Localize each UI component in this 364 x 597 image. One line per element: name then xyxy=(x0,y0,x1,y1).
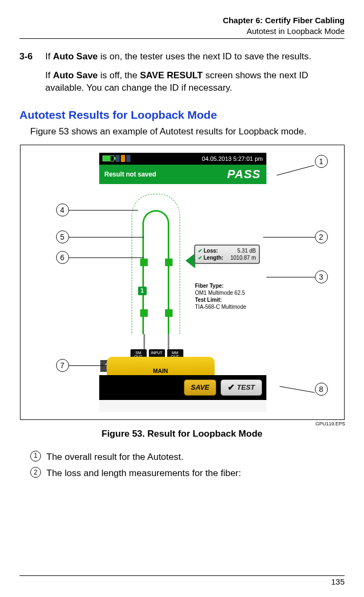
fiber-diagram-area: 1 ✔Loss:5.31 dB ✔Length:1010.87 m Fiber … xyxy=(99,184,266,375)
header-rule xyxy=(19,38,345,39)
fiber-type-label: Fiber Type: xyxy=(195,282,264,289)
footer-bar: SAVE ✔TEST xyxy=(99,375,266,400)
legend-num-1: 1 xyxy=(30,451,41,462)
step-number: 3-6 xyxy=(19,51,38,101)
page-header: Chapter 6: Certify Fiber Cabling Autotes… xyxy=(19,15,345,36)
callout-leader xyxy=(263,237,315,238)
legend-text-2: The loss and length measurements for the… xyxy=(46,465,241,482)
callout-leader xyxy=(69,365,105,366)
callout-8: 8 xyxy=(315,383,328,396)
connector-icon xyxy=(165,309,173,317)
module-graphic: SM OUT INPUT MM OUT MAIN xyxy=(107,357,215,375)
eps-filename: GPU119.EPS xyxy=(19,421,345,426)
callout-3: 3 xyxy=(315,270,328,283)
device-icon-1 xyxy=(115,155,120,162)
page-footer: 135 xyxy=(19,575,345,586)
page-number: 135 xyxy=(19,577,345,586)
connector-icon xyxy=(140,309,148,317)
status-bar: 04.05.2013 5:27:01 pm xyxy=(99,153,266,165)
device-icon-3 xyxy=(126,155,131,162)
fiber-info-block: Fiber Type: OM1 Multimode 62.5 Test Limi… xyxy=(195,282,264,310)
chapter-title: Chapter 6: Certify Fiber Cabling xyxy=(19,15,345,26)
callout-2: 2 xyxy=(315,230,328,243)
callout-leader xyxy=(69,210,138,211)
step-para-2: If Auto Save is off, the SAVE RESULT scr… xyxy=(45,70,345,94)
device-screenshot: 04.05.2013 5:27:01 pm Result not saved P… xyxy=(99,153,266,412)
section-title-header: Autotest in Loopback Mode xyxy=(19,26,345,37)
status-left-icons xyxy=(102,155,131,162)
callout-5: 5 xyxy=(56,230,69,243)
length-row: ✔Length:1010.87 m xyxy=(198,254,256,261)
callout-4: 4 xyxy=(56,203,69,216)
figure-caption: Figure 53. Result for Loopback Mode xyxy=(19,429,345,439)
step-3-6: 3-6 If Auto Save is on, the tester uses … xyxy=(19,51,345,101)
segment-badge: 1 xyxy=(138,287,147,295)
connector-icon xyxy=(140,259,148,266)
module-label: MAIN xyxy=(107,357,215,375)
save-button[interactable]: SAVE xyxy=(184,379,216,396)
check-icon: ✔ xyxy=(198,255,202,261)
loss-value: 5.31 dB xyxy=(237,248,256,254)
battery-icon xyxy=(102,155,114,161)
figure-53-frame: 04.05.2013 5:27:01 pm Result not saved P… xyxy=(20,145,345,420)
check-icon: ✔ xyxy=(228,382,235,392)
loss-row: ✔Loss:5.31 dB xyxy=(198,247,256,254)
step-body: If Auto Save is on, the tester uses the … xyxy=(45,51,345,101)
result-banner: Result not saved PASS xyxy=(99,165,266,184)
legend-text-1: The overall result for the Autotest. xyxy=(46,449,183,466)
length-value: 1010.87 m xyxy=(230,255,256,261)
section-intro: Figure 53 shows an example of Autotest r… xyxy=(30,126,345,138)
fiber-type-value: OM1 Multimode 62.5 xyxy=(195,289,264,296)
callout-arrow-icon xyxy=(186,253,195,268)
measurement-box[interactable]: ✔Loss:5.31 dB ✔Length:1010.87 m xyxy=(194,245,260,264)
footer-rule xyxy=(19,575,345,576)
figure-legend: 1 The overall result for the Autotest. 2… xyxy=(19,449,345,482)
callout-1: 1 xyxy=(315,155,328,168)
banner-pass: PASS xyxy=(227,167,260,181)
status-datetime: 04.05.2013 5:27:01 pm xyxy=(202,155,263,162)
callout-leader xyxy=(277,165,314,175)
connector-icon xyxy=(165,259,173,266)
callout-leader xyxy=(69,237,143,238)
check-icon: ✔ xyxy=(198,248,202,254)
callout-leader xyxy=(279,386,314,392)
test-limit-label: Test Limit: xyxy=(195,296,264,303)
legend-item-1: 1 The overall result for the Autotest. xyxy=(30,449,345,466)
step-para-1: If Auto Save is on, the tester uses the … xyxy=(45,51,345,63)
callout-6: 6 xyxy=(56,251,69,264)
legend-item-2: 2 The loss and length measurements for t… xyxy=(30,465,345,482)
test-limit-value: TIA-568-C Multimode xyxy=(195,303,264,310)
legend-num-2: 2 xyxy=(30,467,41,478)
callout-leader xyxy=(69,257,143,258)
banner-status: Result not saved xyxy=(105,171,156,178)
callout-leader xyxy=(266,277,315,277)
device-icon-2 xyxy=(121,155,125,162)
callout-7: 7 xyxy=(56,359,69,372)
section-heading: Autotest Results for Loopback Mode xyxy=(19,108,345,121)
test-button[interactable]: ✔TEST xyxy=(221,379,262,396)
